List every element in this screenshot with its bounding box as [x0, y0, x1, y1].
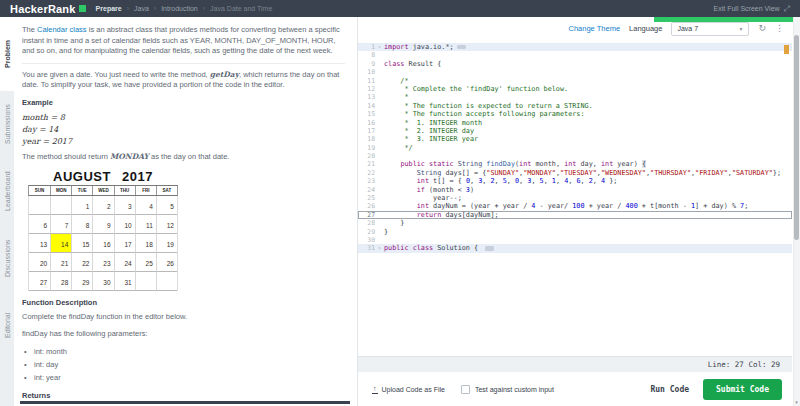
calendar-cell: 4	[135, 196, 156, 215]
tab-discussions[interactable]: Discussions	[0, 225, 14, 292]
line-number: 16	[358, 119, 375, 127]
code-line-text: String days[] = {"SUNDAY","MONDAY","TUES…	[384, 169, 792, 177]
breadcrumb-item[interactable]: Prepare	[96, 5, 122, 12]
calendar-cell	[156, 272, 177, 291]
code-line-text: * The function is expected to return a S…	[384, 102, 792, 110]
change-theme-link[interactable]: Change Theme	[569, 24, 621, 33]
code-line: 1›import java.io.*;	[358, 43, 792, 51]
calendar-day-number: 23	[103, 260, 110, 267]
loading-progress-strip	[654, 17, 795, 22]
calendar-cell: 1	[71, 196, 92, 215]
calendar-class-link[interactable]: Calendar class	[37, 25, 87, 34]
exit-fullscreen-button[interactable]: Exit Full Screen View ⤢	[714, 4, 790, 14]
calendar-cell: 10	[114, 215, 135, 234]
chevron-down-icon: ▼	[739, 26, 744, 32]
code-line: 9class Result {	[358, 60, 792, 68]
run-code-button[interactable]: Run Code	[650, 385, 689, 394]
fold-placeholder-icon[interactable]	[457, 45, 466, 50]
calendar-day-number: 7	[65, 222, 69, 229]
code-line: 26 int dayNum = (year + year / 4 - year/…	[358, 202, 792, 210]
editor-panel: Change Theme Language Java 7 ▼ ↻ ⋮ 1›imp…	[358, 17, 800, 406]
code-line-text: int t[] = { 0, 3, 2, 5, 0, 3, 5, 1, 4, 6…	[384, 177, 792, 185]
tab-editorial[interactable]: Editorial	[0, 292, 14, 359]
code-line-text: year--;	[384, 194, 792, 202]
tab-leaderboard[interactable]: Leaderboard	[0, 158, 14, 225]
code-line: 22 String days[] = {"SUNDAY","MONDAY","T…	[358, 169, 792, 177]
code-line: 28 }	[358, 219, 792, 227]
problem-paragraph-2: You are given a date. You just need to w…	[22, 70, 345, 91]
calendar-cell: 14	[50, 234, 71, 253]
calendar-day-number: 28	[61, 279, 68, 286]
breadcrumb-item[interactable]: Introduction	[161, 5, 198, 12]
code-line: 16 * 1. INTEGER month	[358, 119, 792, 127]
scrollbar-thumb[interactable]	[794, 35, 799, 240]
code-line: 15 * The function accepts following para…	[358, 110, 792, 118]
scrollbar-down-arrow[interactable]: ▾	[793, 399, 800, 405]
code-line: 10	[358, 68, 792, 76]
problem-tabstrip: ProblemSubmissionsLeaderboardDiscussions…	[0, 17, 14, 406]
calendar-day-name: SUN	[29, 186, 50, 195]
code-line-text: *	[384, 93, 792, 101]
calendar-day-number: 19	[167, 241, 174, 248]
calendar-cell: 5	[156, 196, 177, 215]
calendar-cell	[29, 196, 50, 215]
submit-code-button[interactable]: Submit Code	[703, 379, 782, 400]
line-number: 12	[358, 85, 375, 93]
calendar-day-number: 29	[82, 279, 89, 286]
calendar-cell: 24	[114, 253, 135, 272]
calendar-cell: 21	[50, 253, 71, 272]
scroll-annotation-marker	[784, 45, 789, 54]
code-line: 12 * Complete the 'findDay' function bel…	[358, 85, 792, 93]
function-description-heading: Function Description	[22, 298, 345, 307]
calendar-cell: 8	[71, 215, 92, 234]
upload-code-button[interactable]: ↑ Upload Code as File	[372, 385, 445, 394]
tab-problem[interactable]: Problem	[0, 17, 14, 91]
kebab-menu-icon[interactable]: ⋮	[775, 24, 784, 33]
calendar-day-number: 31	[124, 279, 131, 286]
parameter-list: int: monthint: dayint: year	[24, 345, 345, 384]
problem-horizontal-scrollbar[interactable]	[20, 401, 350, 404]
code-line-text: class Result {	[384, 60, 792, 68]
editor-footer: ↑ Upload Code as File Test against custo…	[358, 372, 792, 406]
line-number: 20	[358, 152, 375, 160]
calendar-day-number: 15	[82, 241, 89, 248]
breadcrumb-item[interactable]: Java Date and Time	[210, 5, 272, 12]
code-line-text: int dayNum = (year + year / 4 - year/ 10…	[384, 202, 792, 210]
reset-code-icon[interactable]: ↻	[758, 24, 766, 33]
language-label: Language	[629, 24, 662, 33]
language-select[interactable]: Java 7 ▼	[671, 22, 749, 36]
fold-placeholder-icon[interactable]	[485, 246, 494, 251]
line-number: 10	[358, 68, 375, 76]
page-scrollbar[interactable]: ▾	[793, 17, 800, 406]
calendar-cell: 26	[156, 253, 177, 272]
code-line-text: import java.io.*;	[384, 43, 792, 51]
returns-heading: Returns	[22, 391, 345, 400]
code-editor[interactable]: 1›import java.io.*;89class Result {1011 …	[358, 40, 792, 356]
fold-toggle-icon[interactable]: ›	[375, 244, 384, 252]
line-number: 1	[358, 43, 375, 51]
example-month: month = 8	[22, 112, 345, 124]
calendar-cell: 3	[114, 196, 135, 215]
line-number: 17	[358, 127, 375, 135]
breadcrumb: Prepare›Java›Introduction›Java Date and …	[96, 5, 273, 12]
tab-submissions[interactable]: Submissions	[0, 91, 14, 158]
line-number: 24	[358, 186, 375, 194]
line-number: 26	[358, 202, 375, 210]
line-number: 9	[358, 60, 375, 68]
code-line-text: */	[384, 144, 792, 152]
code-line: 23 int t[] = { 0, 3, 2, 5, 0, 3, 5, 1, 4…	[358, 177, 792, 185]
calendar-cell: 12	[156, 215, 177, 234]
calendar-day-name: THU	[114, 186, 135, 195]
code-line-text: * 3. INTEGER year	[384, 135, 792, 143]
calendar-cell: 15	[71, 234, 92, 253]
code-line-text: if (month < 3)	[384, 186, 792, 194]
calendar-image: AUGUST 2017 SUNMONTUEWEDTHUFRISAT 123456…	[28, 169, 178, 291]
fold-toggle-icon[interactable]: ›	[375, 43, 384, 51]
custom-input-checkbox[interactable]	[461, 385, 470, 394]
calendar-cell: 9	[92, 215, 113, 234]
hackerrank-logo[interactable]: HackerRank	[10, 3, 86, 15]
calendar-day-number: 13	[40, 241, 47, 248]
code-line: 13 *	[358, 93, 792, 101]
code-line-text: * 2. INTEGER day	[384, 127, 792, 135]
breadcrumb-item[interactable]: Java	[134, 5, 149, 12]
